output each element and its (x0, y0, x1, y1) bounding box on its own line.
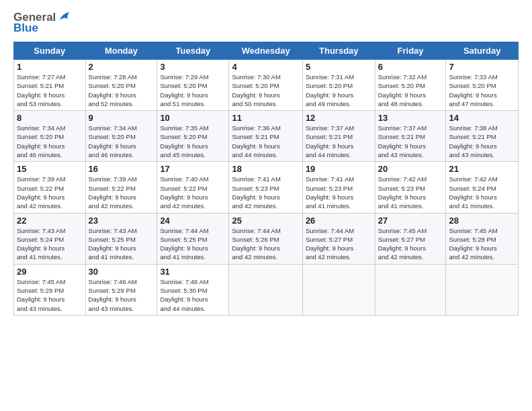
calendar-week-row: 8Sunrise: 7:34 AM Sunset: 5:20 PM Daylig… (14, 111, 519, 162)
day-info: Sunrise: 7:45 AM Sunset: 5:27 PM Dayligh… (378, 226, 443, 262)
calendar-cell: 14Sunrise: 7:38 AM Sunset: 5:21 PM Dayli… (446, 111, 519, 162)
calendar-cell: 9Sunrise: 7:34 AM Sunset: 5:20 PM Daylig… (85, 111, 157, 162)
calendar-cell: 10Sunrise: 7:35 AM Sunset: 5:20 PM Dayli… (157, 111, 229, 162)
calendar-cell: 6Sunrise: 7:32 AM Sunset: 5:20 PM Daylig… (375, 60, 446, 111)
calendar-cell: 17Sunrise: 7:40 AM Sunset: 5:22 PM Dayli… (157, 162, 229, 213)
day-info: Sunrise: 7:41 AM Sunset: 5:23 PM Dayligh… (306, 175, 372, 210)
calendar-cell: 5Sunrise: 7:31 AM Sunset: 5:20 PM Daylig… (302, 60, 375, 111)
day-info: Sunrise: 7:43 AM Sunset: 5:24 PM Dayligh… (17, 226, 83, 262)
calendar: SundayMondayTuesdayWednesdayThursdayFrid… (13, 42, 519, 316)
day-number: 19 (306, 164, 372, 174)
day-number: 20 (378, 164, 443, 174)
day-number: 29 (17, 267, 83, 277)
day-number: 7 (449, 62, 515, 72)
day-number: 15 (17, 164, 83, 174)
day-info: Sunrise: 7:46 AM Sunset: 5:30 PM Dayligh… (160, 277, 226, 313)
day-number: 8 (17, 113, 83, 123)
calendar-cell: 7Sunrise: 7:33 AM Sunset: 5:20 PM Daylig… (446, 60, 519, 111)
calendar-cell: 26Sunrise: 7:44 AM Sunset: 5:27 PM Dayli… (302, 213, 375, 264)
day-number: 28 (449, 216, 515, 226)
calendar-week-row: 29Sunrise: 7:45 AM Sunset: 5:29 PM Dayli… (14, 264, 519, 315)
day-info: Sunrise: 7:40 AM Sunset: 5:22 PM Dayligh… (160, 175, 226, 210)
day-number: 23 (89, 216, 154, 226)
day-info: Sunrise: 7:39 AM Sunset: 5:22 PM Dayligh… (89, 175, 154, 210)
day-info: Sunrise: 7:37 AM Sunset: 5:21 PM Dayligh… (378, 124, 443, 159)
day-number: 13 (378, 113, 443, 123)
day-number: 3 (160, 62, 226, 72)
day-info: Sunrise: 7:34 AM Sunset: 5:20 PM Dayligh… (17, 124, 83, 159)
day-number: 12 (306, 113, 372, 123)
day-number: 11 (232, 113, 299, 123)
day-of-week-header: Saturday (446, 42, 519, 60)
day-info: Sunrise: 7:45 AM Sunset: 5:29 PM Dayligh… (17, 277, 83, 313)
day-info: Sunrise: 7:38 AM Sunset: 5:21 PM Dayligh… (449, 124, 515, 159)
calendar-cell: 29Sunrise: 7:45 AM Sunset: 5:29 PM Dayli… (14, 264, 86, 315)
day-number: 25 (232, 216, 299, 226)
calendar-week-row: 15Sunrise: 7:39 AM Sunset: 5:22 PM Dayli… (14, 162, 519, 213)
day-of-week-header: Tuesday (157, 42, 229, 60)
day-of-week-header: Sunday (14, 42, 86, 60)
day-number: 21 (449, 164, 515, 174)
day-number: 30 (89, 267, 154, 277)
day-number: 16 (89, 164, 154, 174)
day-info: Sunrise: 7:32 AM Sunset: 5:20 PM Dayligh… (378, 73, 443, 108)
calendar-week-row: 1Sunrise: 7:27 AM Sunset: 5:21 PM Daylig… (14, 60, 519, 111)
calendar-week-row: 22Sunrise: 7:43 AM Sunset: 5:24 PM Dayli… (14, 213, 519, 264)
calendar-cell: 15Sunrise: 7:39 AM Sunset: 5:22 PM Dayli… (14, 162, 86, 213)
day-info: Sunrise: 7:45 AM Sunset: 5:28 PM Dayligh… (449, 226, 515, 262)
day-info: Sunrise: 7:34 AM Sunset: 5:20 PM Dayligh… (89, 124, 154, 159)
calendar-cell: 13Sunrise: 7:37 AM Sunset: 5:21 PM Dayli… (375, 111, 446, 162)
day-number: 27 (378, 216, 443, 226)
logo-bird-icon (57, 11, 72, 23)
day-info: Sunrise: 7:44 AM Sunset: 5:26 PM Dayligh… (232, 226, 299, 262)
day-info: Sunrise: 7:29 AM Sunset: 5:20 PM Dayligh… (160, 73, 226, 108)
calendar-cell (446, 264, 519, 315)
calendar-cell: 19Sunrise: 7:41 AM Sunset: 5:23 PM Dayli… (302, 162, 375, 213)
day-info: Sunrise: 7:41 AM Sunset: 5:23 PM Dayligh… (232, 175, 299, 210)
day-number: 22 (17, 216, 83, 226)
header: General Blue (13, 11, 519, 35)
calendar-cell: 27Sunrise: 7:45 AM Sunset: 5:27 PM Dayli… (375, 213, 446, 264)
calendar-cell: 28Sunrise: 7:45 AM Sunset: 5:28 PM Dayli… (446, 213, 519, 264)
days-of-week-row: SundayMondayTuesdayWednesdayThursdayFrid… (14, 42, 519, 60)
calendar-cell: 30Sunrise: 7:46 AM Sunset: 5:29 PM Dayli… (85, 264, 157, 315)
day-of-week-header: Monday (85, 42, 157, 60)
day-info: Sunrise: 7:28 AM Sunset: 5:20 PM Dayligh… (89, 73, 154, 108)
calendar-cell: 2Sunrise: 7:28 AM Sunset: 5:20 PM Daylig… (85, 60, 157, 111)
calendar-cell: 12Sunrise: 7:37 AM Sunset: 5:21 PM Dayli… (302, 111, 375, 162)
day-of-week-header: Friday (375, 42, 446, 60)
day-number: 4 (232, 62, 299, 72)
day-number: 2 (89, 62, 154, 72)
day-info: Sunrise: 7:30 AM Sunset: 5:20 PM Dayligh… (232, 73, 299, 108)
calendar-cell (302, 264, 375, 315)
day-number: 18 (232, 164, 299, 174)
day-number: 24 (160, 216, 226, 226)
day-of-week-header: Wednesday (229, 42, 302, 60)
calendar-cell: 20Sunrise: 7:42 AM Sunset: 5:23 PM Dayli… (375, 162, 446, 213)
day-info: Sunrise: 7:44 AM Sunset: 5:25 PM Dayligh… (160, 226, 226, 262)
calendar-body: 1Sunrise: 7:27 AM Sunset: 5:21 PM Daylig… (14, 60, 519, 316)
calendar-cell: 16Sunrise: 7:39 AM Sunset: 5:22 PM Dayli… (85, 162, 157, 213)
calendar-cell: 18Sunrise: 7:41 AM Sunset: 5:23 PM Dayli… (229, 162, 302, 213)
calendar-cell: 25Sunrise: 7:44 AM Sunset: 5:26 PM Dayli… (229, 213, 302, 264)
day-number: 26 (306, 216, 372, 226)
day-info: Sunrise: 7:27 AM Sunset: 5:21 PM Dayligh… (17, 73, 83, 108)
day-info: Sunrise: 7:31 AM Sunset: 5:20 PM Dayligh… (306, 73, 372, 108)
day-number: 17 (160, 164, 226, 174)
day-number: 10 (160, 113, 226, 123)
day-info: Sunrise: 7:35 AM Sunset: 5:20 PM Dayligh… (160, 124, 226, 159)
calendar-cell: 22Sunrise: 7:43 AM Sunset: 5:24 PM Dayli… (14, 213, 86, 264)
day-info: Sunrise: 7:44 AM Sunset: 5:27 PM Dayligh… (306, 226, 372, 262)
calendar-cell: 11Sunrise: 7:36 AM Sunset: 5:21 PM Dayli… (229, 111, 302, 162)
day-info: Sunrise: 7:37 AM Sunset: 5:21 PM Dayligh… (306, 124, 372, 159)
calendar-cell: 1Sunrise: 7:27 AM Sunset: 5:21 PM Daylig… (14, 60, 86, 111)
calendar-cell: 24Sunrise: 7:44 AM Sunset: 5:25 PM Dayli… (157, 213, 229, 264)
day-info: Sunrise: 7:36 AM Sunset: 5:21 PM Dayligh… (232, 124, 299, 159)
logo: General Blue (13, 11, 72, 35)
day-info: Sunrise: 7:33 AM Sunset: 5:20 PM Dayligh… (449, 73, 515, 108)
day-number: 6 (378, 62, 443, 72)
day-number: 31 (160, 267, 226, 277)
day-number: 14 (449, 113, 515, 123)
day-info: Sunrise: 7:42 AM Sunset: 5:23 PM Dayligh… (378, 175, 443, 210)
calendar-cell: 8Sunrise: 7:34 AM Sunset: 5:20 PM Daylig… (14, 111, 86, 162)
